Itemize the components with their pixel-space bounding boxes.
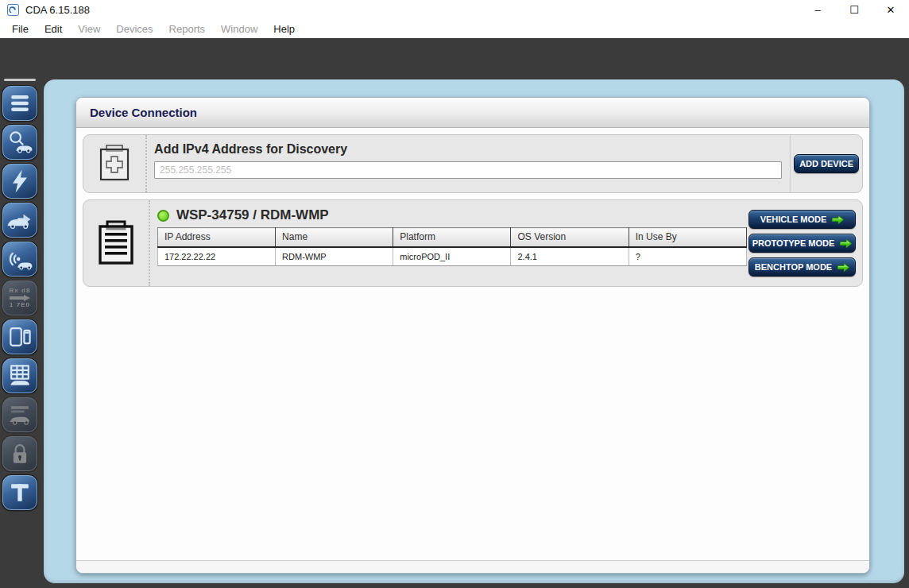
card-footer (76, 560, 869, 573)
menu-window[interactable]: Window (213, 21, 265, 37)
add-device-icon-cell (83, 135, 147, 192)
add-device-icon (95, 142, 134, 185)
app-logo-icon (7, 4, 19, 16)
tool-sidebar: Rx d8 1 7E0 (2, 86, 41, 510)
maximize-button[interactable]: ☐ (836, 0, 872, 20)
sidebar-item-wireless-vehicle[interactable] (2, 242, 37, 277)
app-shell: Rx d8 1 7E0 (0, 38, 909, 588)
prototype-mode-button[interactable]: PROTOTYPE MODE (748, 234, 856, 253)
green-arrow-icon (837, 263, 849, 272)
green-arrow-icon (832, 215, 844, 224)
cell-ip-address: 172.22.22.22 (157, 247, 275, 266)
col-in-use-by: In Use By (629, 228, 746, 247)
title-bar: CDA 6.15.188 – ☐ ✕ (0, 0, 909, 20)
sidebar-item-rx-message[interactable]: Rx d8 1 7E0 (2, 280, 37, 315)
vehicle-search-icon (6, 128, 34, 157)
col-name: Name (276, 228, 393, 247)
benchtop-mode-button[interactable]: BENCHTOP MODE (748, 257, 856, 277)
minimize-button[interactable]: – (799, 0, 836, 20)
vehicle-arrow-icon (6, 206, 34, 234)
device-status-dot (157, 210, 169, 222)
hamburger-menu-icon (6, 89, 34, 118)
vehicle-report-icon (6, 400, 34, 429)
sidebar-item-panels[interactable] (2, 319, 37, 354)
sidebar-item-vehicle-search[interactable] (2, 125, 37, 160)
wireless-vehicle-icon (6, 245, 34, 273)
card-body: Add IPv4 Address for Discovery ADD DEVIC… (76, 128, 869, 560)
menu-edit[interactable]: Edit (37, 21, 70, 37)
device-title: WSP-34759 / RDM-WMP (176, 207, 329, 223)
device-section: WSP-34759 / RDM-WMP IP Address Name Plat… (83, 199, 863, 287)
sidebar-item-flash[interactable] (2, 164, 37, 199)
window-title: CDA 6.15.188 (25, 4, 90, 16)
sidebar-item-lock[interactable] (2, 436, 37, 471)
cell-name: RDM-WMP (276, 247, 393, 266)
prototype-mode-label: PROTOTYPE MODE (752, 238, 835, 248)
menu-reports[interactable]: Reports (161, 21, 214, 37)
page-title: Device Connection (90, 106, 197, 119)
menu-file[interactable]: File (4, 21, 37, 37)
sidebar-item-menu[interactable] (2, 86, 37, 121)
col-platform: Platform (393, 228, 511, 247)
mode-buttons-column: VEHICLE MODE PROTOTYPE MODE (747, 200, 862, 286)
menu-view[interactable]: View (70, 21, 108, 37)
lock-icon (6, 439, 34, 468)
text-tool-icon (6, 478, 34, 507)
green-arrow-icon (840, 239, 852, 248)
card-header: Device Connection (76, 98, 869, 128)
vehicle-mode-label: VEHICLE MODE (760, 215, 827, 224)
cell-in-use-by: ? (629, 247, 746, 266)
lightning-icon (6, 167, 34, 195)
add-device-button[interactable]: ADD DEVICE (794, 154, 859, 173)
panels-icon (6, 323, 34, 351)
col-os-version: OS Version (511, 228, 629, 247)
add-device-content: Add IPv4 Address for Discovery (147, 135, 790, 192)
sidebar-item-vehicle-grid[interactable] (2, 358, 37, 393)
add-device-button-cell: ADD DEVICE (790, 135, 862, 192)
sidebar-item-text-tool[interactable] (2, 475, 37, 510)
menu-help[interactable]: Help (265, 21, 303, 37)
vehicle-grid-icon (6, 362, 34, 390)
cell-os-version: 2.4.1 (511, 247, 629, 266)
close-button[interactable]: ✕ (872, 0, 909, 20)
menu-devices[interactable]: Devices (108, 21, 161, 37)
workspace: Device Connection Add IPv4 Address for D… (44, 79, 904, 583)
vehicle-mode-button[interactable]: VEHICLE MODE (748, 210, 856, 229)
cell-platform: microPOD_II (393, 247, 511, 266)
device-table: IP Address Name Platform OS Version In U… (157, 227, 747, 266)
rx-message-icon: Rx d8 1 7E0 (10, 288, 31, 308)
menu-bar: File Edit View Devices Reports Window He… (0, 20, 909, 38)
device-content: WSP-34759 / RDM-WMP IP Address Name Plat… (150, 200, 747, 286)
col-ip-address: IP Address (157, 228, 275, 247)
add-device-section: Add IPv4 Address for Discovery ADD DEVIC… (83, 134, 863, 193)
sidebar-item-vehicle-report[interactable] (2, 397, 37, 432)
add-device-title: Add IPv4 Address for Discovery (154, 142, 782, 157)
table-row[interactable]: 172.22.22.22 RDM-WMP microPOD_II 2.4.1 ? (157, 247, 746, 266)
sidebar-item-vehicle-arrow[interactable] (2, 203, 37, 238)
sidebar-collapse-handle[interactable] (4, 79, 36, 81)
ipv4-address-input[interactable] (154, 161, 782, 179)
device-connection-card: Device Connection Add IPv4 Address for D… (75, 97, 870, 574)
table-header-row: IP Address Name Platform OS Version In U… (157, 228, 746, 247)
device-module-icon (95, 219, 137, 268)
benchtop-mode-label: BENCHTOP MODE (755, 262, 832, 272)
device-icon-cell (83, 200, 150, 286)
